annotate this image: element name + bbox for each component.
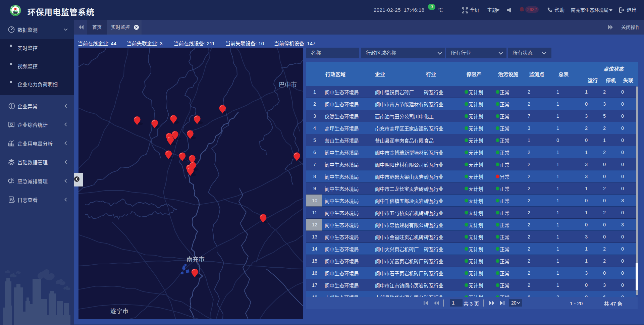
svg-text:巴中市: 巴中市 xyxy=(279,82,297,88)
svg-text:遂宁市: 遂宁市 xyxy=(110,308,128,315)
svg-text:Q: Q xyxy=(10,122,13,126)
svg-text:南充市: 南充市 xyxy=(186,256,205,263)
